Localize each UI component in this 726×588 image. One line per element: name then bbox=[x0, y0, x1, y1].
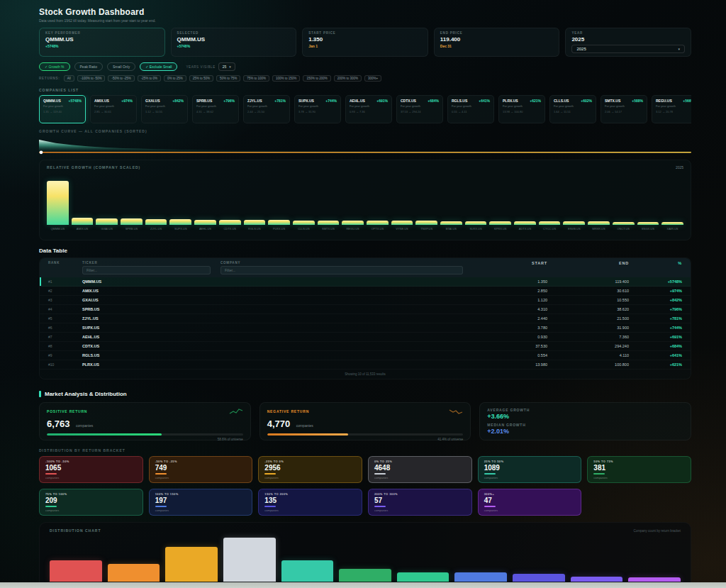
years-visible-select[interactable]: 25 ▾ bbox=[218, 62, 235, 71]
company-filter-input[interactable] bbox=[220, 266, 463, 274]
bucket-card[interactable]: 0% TO 25%4648companies bbox=[368, 456, 472, 483]
return-range-chip[interactable]: -100% to -50% bbox=[77, 75, 106, 82]
table-row[interactable]: #9RGLS.US0.5544.110+641% bbox=[40, 351, 691, 360]
growth-bar[interactable] bbox=[268, 220, 290, 225]
distribution-bar[interactable] bbox=[165, 547, 218, 582]
bucket-card[interactable]: 100% TO 150%197companies bbox=[149, 489, 253, 516]
toggle-growth[interactable]: ✓ Growth % bbox=[39, 62, 70, 71]
distribution-bar-slot: 150% to 200% bbox=[513, 537, 565, 588]
return-range-chip[interactable]: 100% to 150% bbox=[272, 75, 300, 82]
year-select[interactable]: 2025 ▾ bbox=[571, 45, 685, 53]
growth-bar[interactable] bbox=[194, 220, 216, 225]
growth-bar[interactable] bbox=[293, 221, 315, 225]
distribution-bar[interactable] bbox=[223, 538, 276, 582]
growth-bar[interactable] bbox=[121, 218, 143, 225]
ticker-filter-input[interactable] bbox=[82, 266, 211, 274]
data-table-title: Data Table bbox=[39, 248, 691, 254]
bucket-card[interactable]: -50% TO -25%749companies bbox=[149, 456, 253, 483]
growth-bar[interactable] bbox=[72, 218, 94, 226]
table-row[interactable]: #2AMIX.US2.85030.610+974% bbox=[40, 287, 691, 296]
distribution-bar[interactable] bbox=[571, 577, 623, 582]
return-range-chip[interactable]: 300%+ bbox=[364, 75, 381, 82]
growth-bar[interactable] bbox=[96, 218, 118, 225]
distribution-bar[interactable] bbox=[281, 560, 334, 582]
growth-bar[interactable] bbox=[367, 221, 389, 225]
bucket-card[interactable]: 75% TO 100%209companies bbox=[39, 489, 143, 516]
company-price-range: 0.55 → 4.11 bbox=[452, 110, 490, 113]
growth-bar[interactable] bbox=[219, 220, 241, 225]
table-row[interactable]: #6SUPX.US3.78031.900+744% bbox=[40, 323, 691, 333]
growth-bar-slot: QMMM.US bbox=[47, 177, 69, 231]
company-card[interactable]: GXAI.US+842%For year growth1.12 → 10.55 bbox=[141, 95, 188, 123]
bucket-card[interactable]: 200% TO 300%57companies bbox=[368, 489, 472, 516]
growth-bar[interactable] bbox=[465, 221, 487, 225]
company-card[interactable]: CLLS.US+602%For year growth1.64 → 11.51 bbox=[549, 95, 596, 123]
distribution-bar[interactable] bbox=[454, 572, 507, 582]
table-row[interactable]: #10PLRX.US13.980100.800+621% bbox=[40, 360, 691, 370]
bucket-card[interactable]: -25% TO 0%2956companies bbox=[258, 456, 362, 483]
return-range-chip[interactable]: 200% to 300% bbox=[334, 75, 362, 82]
table-row[interactable]: #3GXAI.US1.12010.550+842% bbox=[40, 296, 691, 305]
toggle-peak-ratio[interactable]: Peak Ratio bbox=[74, 62, 103, 71]
distribution-bar[interactable] bbox=[339, 569, 391, 582]
growth-bar[interactable] bbox=[514, 221, 536, 225]
cell-pct: +974% bbox=[629, 289, 682, 293]
growth-bar[interactable] bbox=[145, 219, 167, 225]
return-range-chip[interactable]: 50% to 75% bbox=[216, 75, 240, 82]
return-range-chip[interactable]: All bbox=[64, 75, 74, 82]
return-range-chip[interactable]: -25% to 0% bbox=[138, 75, 161, 82]
bucket-card[interactable]: 300%+47companies bbox=[478, 489, 582, 516]
growth-bar[interactable] bbox=[244, 220, 266, 225]
growth-bar[interactable] bbox=[539, 221, 561, 225]
growth-bar[interactable] bbox=[489, 221, 511, 225]
return-range-chip[interactable]: -50% to -25% bbox=[108, 75, 134, 82]
company-price-range: 3.12 → 20.78 bbox=[656, 110, 691, 113]
table-row[interactable]: #4SPRB.US4.31038.620+796% bbox=[40, 305, 691, 314]
return-range-chip[interactable]: 150% to 200% bbox=[303, 75, 330, 82]
distribution-bar[interactable] bbox=[513, 574, 565, 582]
growth-bar[interactable] bbox=[440, 221, 462, 225]
company-card[interactable]: AMIX.US+974%For year growth2.85 → 30.61 bbox=[90, 95, 137, 123]
company-card[interactable]: RGLS.US+641%For year growth0.55 → 4.11 bbox=[447, 95, 494, 123]
distribution-bar[interactable] bbox=[50, 560, 102, 582]
growth-bar[interactable] bbox=[613, 222, 635, 225]
stat-card-selected[interactable]: SELECTED QMMM.US +5748% bbox=[171, 28, 297, 57]
growth-bar[interactable] bbox=[637, 222, 659, 225]
company-card[interactable]: CDTX.US+684%For year growth37.53 → 294.2… bbox=[396, 95, 443, 123]
table-row[interactable]: #5ZJYL.US2.44021.500+781% bbox=[40, 314, 691, 323]
company-card[interactable]: PLRX.US+621%For year growth13.98 → 100.8… bbox=[498, 95, 545, 123]
growth-bar[interactable] bbox=[661, 222, 683, 225]
growth-bar[interactable] bbox=[415, 221, 437, 225]
growth-bar[interactable] bbox=[391, 221, 413, 225]
company-card[interactable]: AEHL.US+691%For year growth0.93 → 7.36 bbox=[345, 95, 392, 123]
company-card[interactable]: SPRB.US+796%For year growth4.31 → 38.62 bbox=[192, 95, 239, 123]
return-range-chip[interactable]: 75% to 100% bbox=[243, 75, 269, 82]
company-caption: For year growth bbox=[350, 104, 388, 108]
company-card[interactable]: SMTX.US+588%For year growth2.06 → 14.17 bbox=[601, 95, 647, 123]
bucket-card[interactable]: 150% TO 200%135companies bbox=[258, 489, 362, 516]
table-row[interactable]: #1QMMM.US1.350119.400+5748% bbox=[40, 277, 691, 287]
distribution-bar[interactable] bbox=[397, 572, 449, 582]
company-card[interactable]: ZJYL.US+781%For year growth2.44 → 21.50 bbox=[243, 95, 290, 123]
table-row[interactable]: #7AEHL.US0.9307.360+691% bbox=[40, 333, 691, 342]
table-row[interactable]: #8CDTX.US37.530294.240+684% bbox=[40, 342, 691, 351]
toggle-exclude-small[interactable]: ✓ Exclude Small bbox=[140, 62, 177, 71]
growth-bar[interactable] bbox=[47, 181, 69, 225]
return-range-chip[interactable]: 25% to 50% bbox=[189, 75, 213, 82]
company-card[interactable]: REGU.US+566%For year growth3.12 → 20.78 bbox=[652, 95, 691, 123]
bucket-card[interactable]: 25% TO 50%1089companies bbox=[478, 456, 582, 483]
distribution-bar[interactable] bbox=[628, 577, 681, 582]
toggle-small-only[interactable]: Small Only bbox=[107, 62, 135, 71]
growth-bar[interactable] bbox=[342, 221, 364, 225]
growth-bar[interactable] bbox=[588, 221, 610, 225]
return-range-chip[interactable]: 0% to 25% bbox=[164, 75, 186, 82]
growth-bar[interactable] bbox=[318, 221, 340, 225]
bucket-card[interactable]: -100% TO -50%1065companies bbox=[39, 456, 143, 483]
stat-card-key-performer[interactable]: KEY PERFORMER QMMM.US +5748% bbox=[39, 28, 165, 57]
company-card[interactable]: QMMM.US+5748%For year growth1.35 → 119.4… bbox=[39, 95, 86, 123]
growth-bar[interactable] bbox=[563, 221, 585, 225]
bucket-card[interactable]: 50% TO 75%381companies bbox=[587, 456, 691, 483]
company-card[interactable]: SUPX.US+744%For year growth3.78 → 31.90 bbox=[294, 95, 341, 123]
distribution-bar[interactable] bbox=[108, 564, 160, 582]
growth-bar[interactable] bbox=[169, 219, 191, 225]
